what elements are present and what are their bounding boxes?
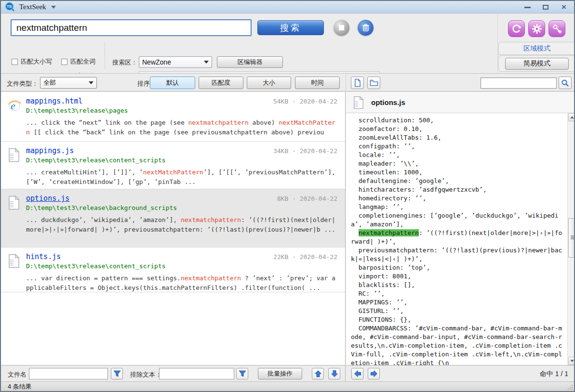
scroll-up-button[interactable] bbox=[568, 113, 575, 121]
match-case-option[interactable]: 匹配大小写 bbox=[12, 57, 52, 66]
result-size: 8KB bbox=[277, 195, 288, 202]
results-list: e mappings.html 54KB · 2020-04-22 D:\tem… bbox=[1, 92, 346, 365]
scrollbar-thumb[interactable] bbox=[568, 218, 575, 258]
zone-editor-button[interactable]: 区编辑器 bbox=[217, 56, 283, 68]
result-date: 2020-04-22 bbox=[300, 147, 337, 155]
key-icon bbox=[552, 24, 562, 34]
settings-button[interactable] bbox=[528, 20, 545, 37]
grip-icon bbox=[571, 237, 575, 238]
preview-find-input[interactable] bbox=[481, 78, 557, 89]
preview-header: options.js bbox=[346, 92, 575, 113]
html-file-icon: e bbox=[8, 98, 21, 113]
search-panel: 搜索 bbox=[1, 14, 574, 73]
search-button[interactable]: 搜索 bbox=[257, 20, 324, 35]
batch-operation-button[interactable]: 批量操作 bbox=[258, 368, 302, 379]
minimize-button[interactable] bbox=[522, 3, 533, 12]
license-button[interactable] bbox=[548, 20, 565, 37]
svg-text:TS: TS bbox=[7, 4, 12, 9]
close-button[interactable]: × bbox=[559, 3, 569, 12]
window-controls: × bbox=[522, 1, 569, 13]
simple-mode-panel: 简易模式 bbox=[498, 55, 575, 72]
dot-separator: · bbox=[292, 195, 296, 202]
sort-relevance-button[interactable]: 匹配度 bbox=[199, 77, 243, 89]
exclude-filter-button[interactable] bbox=[236, 368, 248, 379]
js-file-icon bbox=[8, 148, 20, 162]
exclude-text-label: 排除文本： bbox=[130, 370, 161, 379]
arrow-right-icon bbox=[370, 370, 378, 378]
search-zone-label: 搜索区： bbox=[112, 58, 137, 67]
file-type-label: 文件类型： bbox=[7, 79, 38, 88]
filename-filter-input[interactable] bbox=[29, 368, 108, 379]
result-filename[interactable]: mappings.js bbox=[26, 146, 74, 155]
search-icon bbox=[561, 79, 569, 87]
result-path: D:\temp\test3\release\content_scripts bbox=[26, 157, 338, 164]
simple-mode-button[interactable]: 简易模式 bbox=[505, 58, 569, 70]
result-snippet: ... duckduckgo’, ’wikipedia’, ’amazon’],… bbox=[26, 215, 338, 235]
preview-scrollbar[interactable] bbox=[567, 113, 575, 365]
sync-button[interactable] bbox=[508, 20, 525, 37]
divider bbox=[497, 14, 498, 73]
trash-icon bbox=[362, 24, 370, 32]
results-toolbar: 文件类型： 全部 排序： 默认 匹配度 大小 时间 bbox=[1, 73, 574, 91]
sort-default-button[interactable]: 默认 bbox=[150, 77, 195, 89]
textseek-window: TS TextSeek × 搜索 bbox=[0, 0, 575, 392]
result-size: 54KB bbox=[273, 98, 288, 105]
sort-time-button[interactable]: 时间 bbox=[295, 77, 340, 89]
result-filename[interactable]: hints.js bbox=[26, 252, 61, 261]
resize-grip[interactable] bbox=[568, 385, 573, 390]
result-filename[interactable]: options.js bbox=[26, 194, 69, 203]
file-type-select[interactable]: 全部 bbox=[40, 77, 97, 89]
result-path: D:\temp\test3\release\content_scripts bbox=[26, 262, 338, 270]
previous-hit-button[interactable] bbox=[351, 368, 363, 379]
result-filename[interactable]: mappings.html bbox=[26, 97, 82, 105]
title-bar: TS TextSeek × bbox=[1, 1, 574, 13]
result-size: 34KB bbox=[273, 147, 288, 155]
result-snippet: ... createMultiHint’], [’]]’, ’nextMatch… bbox=[26, 168, 338, 187]
open-folder-button[interactable] bbox=[367, 77, 380, 89]
document-icon bbox=[354, 78, 361, 87]
stop-button[interactable] bbox=[334, 20, 349, 36]
js-file-icon bbox=[8, 254, 20, 268]
result-row-mappings-html[interactable]: e mappings.html 54KB · 2020-04-22 D:\tem… bbox=[1, 92, 345, 142]
triangle-down-icon bbox=[570, 360, 574, 362]
zone-mode-panel: 区域模式 bbox=[498, 42, 575, 55]
open-file-button[interactable] bbox=[351, 77, 364, 89]
match-case-checkbox[interactable] bbox=[12, 59, 18, 65]
result-date: 2020-04-22 bbox=[300, 98, 337, 105]
search-zone-select[interactable]: NewZone bbox=[139, 56, 212, 68]
search-input[interactable] bbox=[11, 19, 252, 36]
app-menu-caret-icon[interactable] bbox=[51, 6, 56, 9]
next-hit-button[interactable] bbox=[368, 368, 380, 379]
preview-find-button[interactable] bbox=[559, 77, 572, 89]
preview-code[interactable]: scrollduration: 500, zoomfactor: 0.10, z… bbox=[346, 113, 567, 365]
maximize-button[interactable] bbox=[540, 3, 551, 12]
arrow-left-icon bbox=[354, 370, 361, 378]
arrow-up-icon bbox=[314, 370, 322, 378]
exclude-text-input[interactable] bbox=[159, 368, 234, 379]
match-whole-word-option[interactable]: 匹配全词 bbox=[61, 57, 95, 66]
app-title: TextSeek bbox=[19, 3, 46, 11]
scroll-down-button[interactable] bbox=[568, 357, 575, 365]
results-count: 4 条结果 bbox=[8, 382, 32, 391]
match-whole-word-checkbox[interactable] bbox=[61, 59, 67, 65]
next-result-button[interactable] bbox=[328, 368, 340, 379]
result-row-hints-js[interactable]: hints.js 22KB · 2020-04-22 D:\temp\test3… bbox=[1, 248, 345, 292]
textseek-logo-icon: TS bbox=[5, 2, 15, 12]
result-date: 2020-04-22 bbox=[300, 195, 337, 202]
preview-filename: options.js bbox=[371, 98, 405, 106]
dot-separator: · bbox=[292, 98, 296, 105]
preview-panel: options.js scrollduration: 500, zoomfact… bbox=[346, 92, 575, 365]
zone-mode-tab[interactable]: 区域模式 bbox=[523, 44, 550, 53]
chevron-down-icon bbox=[204, 61, 209, 64]
result-row-mappings-js[interactable]: mappings.js 34KB · 2020-04-22 D:\temp\te… bbox=[1, 142, 345, 189]
result-row-options-js[interactable]: options.js 8KB · 2020-04-22 D:\temp\test… bbox=[1, 189, 345, 248]
previous-result-button[interactable] bbox=[312, 368, 324, 379]
clear-results-button[interactable] bbox=[358, 20, 374, 36]
js-file-icon bbox=[8, 196, 20, 210]
status-bar: 4 条结果 bbox=[1, 381, 574, 391]
file-type-value: 全部 bbox=[43, 78, 56, 87]
filename-filter-button[interactable] bbox=[111, 368, 123, 379]
funnel-icon bbox=[239, 370, 246, 378]
divider bbox=[105, 42, 105, 70]
sort-size-button[interactable]: 大小 bbox=[247, 77, 291, 89]
